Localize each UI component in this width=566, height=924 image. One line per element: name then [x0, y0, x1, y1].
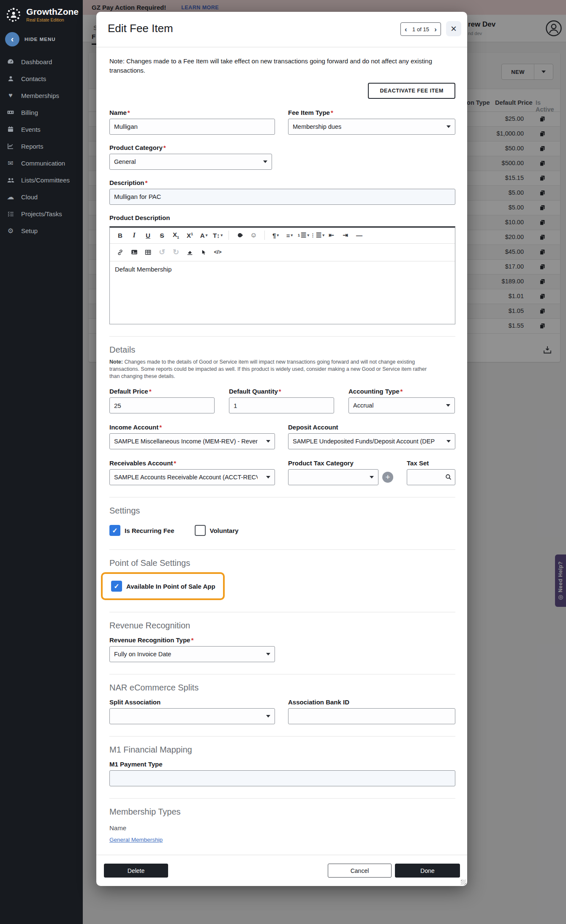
sidebar-item-setup[interactable]: ⚙Setup [0, 222, 83, 239]
revenue-recognition-type-select[interactable]: Fully on Invoice Date [109, 646, 275, 662]
sidebar-item-memberships[interactable]: ♥Memberships [0, 87, 83, 104]
table-icon[interactable] [141, 246, 155, 258]
membership-types-column-name: Name [109, 824, 455, 832]
modal-header: Edit Fee Item ‹ 1 of 15 › × [96, 12, 467, 47]
association-bank-id-field[interactable] [288, 708, 455, 724]
pager-prev-icon[interactable]: ‹ [405, 26, 407, 33]
chevron-left-icon[interactable]: ‹ [5, 32, 19, 46]
product-category-value: General [114, 158, 136, 165]
sidebar-item-communication[interactable]: ✉Communication [0, 155, 83, 171]
search-icon[interactable] [445, 473, 452, 482]
indent-icon[interactable]: ⇥ [338, 229, 352, 241]
cursor-icon[interactable] [197, 246, 211, 258]
paragraph-icon[interactable]: ¶▾ [269, 229, 283, 241]
person-icon [6, 75, 15, 82]
pager-text: 1 of 15 [412, 26, 429, 33]
done-button[interactable]: Done [395, 864, 460, 878]
revenue-recognition-type-value: Fully on Invoice Date [114, 651, 171, 658]
sidebar-item-lists-committees[interactable]: Lists/Committees [0, 171, 83, 188]
unordered-list-icon[interactable]: ⋮☰▾ [310, 229, 324, 241]
receivables-account-value: SAMPLE Accounts Receivable Account (ACCT… [114, 474, 258, 481]
fee-item-type-select[interactable]: Membership dues [288, 119, 455, 135]
description-label: Description [109, 179, 455, 186]
deposit-account-select[interactable]: SAMPLE Undeposited Funds/Deposit Account… [288, 433, 455, 449]
speedometer-icon [6, 58, 15, 65]
details-note: Note: Changes made to the details of Goo… [109, 359, 435, 380]
m1-payment-type-field[interactable] [109, 770, 455, 786]
modal-title: Edit Fee Item [108, 22, 173, 35]
product-category-select[interactable]: General [109, 154, 272, 170]
image-icon[interactable] [127, 246, 141, 258]
general-membership-link[interactable]: General Membership [109, 837, 163, 843]
sidebar-item-cloud[interactable]: ☁Cloud [0, 188, 83, 205]
underline-icon[interactable]: U [141, 229, 155, 241]
modal-body: Note: Changes made to a Fee Item will ta… [96, 47, 467, 843]
eraser-icon[interactable] [183, 246, 197, 258]
pager-next-icon[interactable]: › [434, 26, 437, 33]
settings-heading: Settings [109, 506, 455, 516]
resize-handle[interactable] [461, 880, 466, 885]
income-account-select[interactable]: SAMPLE Miscellaneous Income (MEM-REV) - … [109, 433, 275, 449]
is-recurring-fee-checkbox[interactable]: ✓ [109, 525, 120, 536]
delete-button[interactable]: Delete [104, 864, 168, 878]
code-icon[interactable]: </> [211, 246, 225, 258]
name-field[interactable] [109, 119, 275, 135]
outdent-icon[interactable]: ⇤ [324, 229, 338, 241]
default-quantity-label: Default Quantity [229, 388, 334, 395]
link-icon[interactable] [113, 246, 127, 258]
description-field[interactable] [109, 189, 455, 205]
record-pager: ‹ 1 of 15 › [400, 22, 441, 36]
bold-icon[interactable]: B [113, 229, 127, 241]
sidebar-item-contacts[interactable]: Contacts [0, 70, 83, 87]
is-recurring-fee-label: Is Recurring Fee [125, 527, 174, 534]
accounting-type-select[interactable]: Accrual [348, 397, 455, 413]
undo-icon[interactable]: ↺ [155, 246, 169, 258]
product-description-field[interactable]: Default Membership [110, 261, 455, 324]
add-tax-category-button[interactable]: + [382, 472, 393, 483]
chevron-down-icon [266, 476, 270, 478]
sidebar-item-label: Setup [21, 227, 38, 234]
sidebar-item-label: Contacts [21, 75, 46, 82]
italic-icon[interactable]: I [127, 229, 141, 241]
superscript-icon[interactable]: X1 [183, 229, 197, 241]
strikethrough-icon[interactable]: S [155, 229, 169, 241]
horizontal-rule-icon[interactable]: — [352, 229, 366, 241]
default-price-field[interactable] [109, 397, 215, 413]
align-icon[interactable]: ≡▾ [283, 229, 297, 241]
sidebar-item-dashboard[interactable]: Dashboard [0, 53, 83, 70]
highlight-droplet-icon[interactable] [233, 229, 247, 241]
deactivate-fee-item-button[interactable]: DEACTIVATE FEE ITEM [368, 83, 455, 99]
font-color-icon[interactable]: A▾ [197, 229, 211, 241]
receivables-account-select[interactable]: SAMPLE Accounts Receivable Account (ACCT… [109, 469, 275, 485]
hide-menu-button[interactable]: ‹ HIDE MENU [0, 28, 83, 51]
default-quantity-field[interactable] [229, 397, 334, 413]
sidebar-item-reports[interactable]: Reports [0, 138, 83, 155]
fee-item-note: Note: Changes made to a Fee Item will ta… [109, 57, 439, 75]
revenue-recognition-type-label: Revenue Recognition Type [109, 636, 275, 644]
toolbar-divider [264, 231, 265, 240]
ordered-list-icon[interactable]: 1☰▾ [297, 229, 310, 241]
default-price-label: Default Price [109, 388, 215, 395]
split-association-select[interactable] [109, 708, 275, 724]
product-tax-category-select[interactable] [288, 469, 378, 485]
checklist-icon [6, 210, 15, 217]
text-size-icon[interactable]: T↕▾ [211, 229, 225, 241]
split-association-label: Split Association [109, 698, 275, 706]
sidebar-item-projects-tasks[interactable]: Projects/Tasks [0, 205, 83, 222]
available-in-pos-checkbox[interactable]: ✓ [111, 581, 122, 592]
emoji-icon[interactable]: ☺ [247, 229, 261, 241]
sidebar-item-events[interactable]: Events [0, 121, 83, 138]
redo-icon[interactable]: ↻ [169, 246, 183, 258]
sidebar-item-label: Memberships [21, 92, 59, 99]
chevron-down-icon [370, 476, 374, 478]
close-icon[interactable]: × [446, 21, 461, 36]
brand-name: GrowthZone [26, 7, 79, 16]
cancel-button[interactable]: Cancel [328, 864, 392, 878]
envelope-icon: ✉ [6, 159, 15, 167]
voluntary-checkbox[interactable] [195, 525, 206, 536]
subscript-icon[interactable]: X1 [169, 229, 183, 241]
sidebar-item-label: Reports [21, 143, 44, 150]
sidebar-item-billing[interactable]: Billing [0, 104, 83, 121]
nar-ecommerce-splits-heading: NAR eCommerce Splits [109, 683, 455, 693]
sidebar-item-label: Billing [21, 109, 38, 116]
